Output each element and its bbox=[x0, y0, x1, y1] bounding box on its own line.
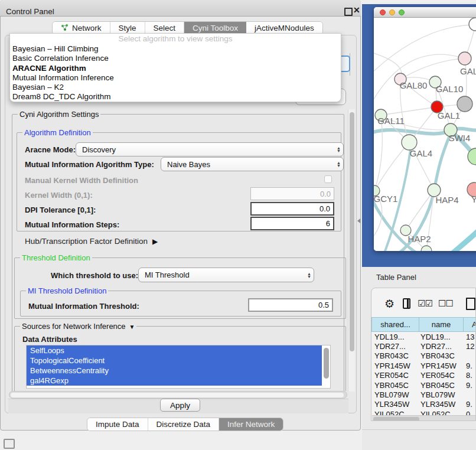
mi-threshold-label: Mutual Information Threshold: bbox=[28, 302, 139, 311]
network-edge[interactable] bbox=[381, 107, 437, 115]
mi-threshold-definition-title: MI Threshold Definition bbox=[26, 286, 108, 295]
mi-steps-field[interactable]: 6 bbox=[250, 217, 334, 230]
table-row[interactable]: YPR145WYPR145W9. bbox=[371, 361, 476, 370]
settings-scroll-area: Cyni Algorithm Settings Algorithm Defini… bbox=[8, 108, 347, 391]
algorithm-option[interactable]: Mutual Information Inference bbox=[10, 73, 341, 83]
network-canvas-container[interactable]: GAL7GAL80GAL10GAL1GAL11SWI4GAL4GCY1HAP4Y… bbox=[374, 18, 476, 251]
cytoscape-desktop: GAL7GAL80GAL10GAL1GAL11SWI4GAL4GCY1HAP4Y… bbox=[362, 4, 476, 267]
network-node-label: GAL4 bbox=[410, 148, 432, 158]
tab-jactivemnodules[interactable]: jActiveMNodules bbox=[246, 22, 322, 34]
algorithm-definition-title: Algorithm Definition bbox=[22, 128, 93, 137]
table-row[interactable]: YIL052CYIL052C0. bbox=[371, 409, 476, 415]
attribute-item[interactable]: gal4RGexp bbox=[27, 376, 322, 386]
manual-kernel-width-label: Manual Kernel Width Definition bbox=[25, 176, 138, 185]
table-cell: YDR27... bbox=[371, 342, 419, 351]
table-row[interactable]: YDL19...YDL19...13 bbox=[371, 332, 476, 341]
table-cell: 12 bbox=[464, 342, 476, 351]
table-rows[interactable]: YDL19...YDL19...13YDR27...YDR27...12YBR0… bbox=[371, 332, 476, 415]
network-node-label: GAL11 bbox=[377, 116, 405, 126]
algorithm-option[interactable]: Bayesian – K2 bbox=[10, 83, 341, 92]
aracne-mode-select[interactable]: Discovery ▲▼ bbox=[76, 142, 344, 156]
table-row[interactable]: YBR043CYBR043C bbox=[371, 351, 476, 361]
algorithm-option[interactable]: Bayesian – Hill Climbing bbox=[10, 44, 341, 54]
network-view-window[interactable]: GAL7GAL80GAL10GAL1GAL11SWI4GAL4GCY1HAP4Y… bbox=[374, 7, 476, 251]
network-node[interactable] bbox=[458, 52, 471, 65]
column-header-name[interactable]: name bbox=[419, 317, 464, 332]
column-header-shared[interactable]: shared... bbox=[371, 317, 419, 332]
manual-kernel-width-checkbox[interactable] bbox=[324, 175, 332, 183]
hub-tf-definition-toggle[interactable]: Hub/Transcription Factor Definition▶ bbox=[25, 237, 158, 246]
tab-impute-data[interactable]: Impute Data bbox=[87, 418, 148, 431]
which-threshold-select[interactable]: MI Threshold ▲▼ bbox=[138, 268, 314, 282]
table-row[interactable]: YBL079WYBL079W bbox=[371, 390, 476, 399]
column-layout-icon[interactable] bbox=[403, 298, 410, 309]
network-node-label: HAP4 bbox=[435, 195, 458, 205]
column-header-clipped[interactable]: A bbox=[464, 317, 476, 332]
tab-discretize-data[interactable]: Discretize Data bbox=[148, 418, 220, 431]
table-cell: YLR345W bbox=[419, 400, 464, 409]
table-cell: YBL079W bbox=[419, 390, 464, 399]
settings-horizontal-scrollbar[interactable] bbox=[9, 391, 347, 399]
network-node-label: SWI4 bbox=[449, 133, 471, 143]
network-window-titlebar[interactable] bbox=[374, 7, 476, 18]
tab-select[interactable]: Select bbox=[145, 22, 185, 34]
table-cell: 9. bbox=[464, 400, 476, 409]
settings-vertical-scrollbar-thumb[interactable] bbox=[350, 112, 354, 351]
network-node[interactable] bbox=[457, 96, 472, 112]
window-minimize-traffic-light[interactable] bbox=[389, 9, 395, 15]
network-node-label: GAL10 bbox=[436, 84, 464, 94]
attribute-list-scrollbar[interactable] bbox=[324, 348, 329, 379]
window-close-traffic-light[interactable] bbox=[380, 9, 386, 15]
table-row[interactable]: YDR27...YDR27...12 bbox=[371, 341, 476, 351]
table-row[interactable]: YLR345WYLR345W9. bbox=[371, 400, 476, 409]
attribute-item[interactable]: BetweennessCentrality bbox=[27, 366, 322, 376]
select-all-checkboxes-icon[interactable]: ☑☑ bbox=[418, 298, 432, 309]
kernel-width-field[interactable]: 0.0 bbox=[250, 187, 334, 200]
table-horizontal-scrollbar-thumb[interactable] bbox=[373, 417, 419, 422]
dpi-tolerance-field[interactable]: 0.0 bbox=[250, 202, 334, 216]
attribute-item[interactable]: SelfLoops bbox=[27, 345, 322, 356]
tab-select-label: Select bbox=[154, 24, 176, 32]
sources-group-title-label: Sources for Network Inference bbox=[22, 322, 126, 331]
deselect-all-checkboxes-icon[interactable]: ☐☐ bbox=[438, 298, 453, 309]
tab-style-label: Style bbox=[119, 24, 136, 32]
sources-group-title[interactable]: Sources for Network Inference▼ bbox=[20, 322, 136, 331]
algorithm-dropdown-popup: Select algorithm to view settings Bayesi… bbox=[9, 33, 341, 102]
panel-splitter-arrow-icon[interactable] bbox=[357, 219, 360, 223]
settings-horizontal-scrollbar-thumb[interactable] bbox=[11, 393, 344, 397]
table-cell: YBR043C bbox=[419, 351, 464, 360]
stepper-arrows-icon: ▲▼ bbox=[337, 161, 341, 167]
mi-threshold-field[interactable]: 0.5 bbox=[248, 298, 333, 312]
attribute-list[interactable]: SelfLoopsTopologicalCoefficientBetweenne… bbox=[26, 345, 331, 389]
mi-algorithm-type-select[interactable]: Naive Bayes ▲▼ bbox=[161, 157, 344, 171]
tab-cyni-toolbox[interactable]: Cyni Toolbox bbox=[184, 22, 246, 34]
tab-network[interactable]: Network bbox=[53, 22, 110, 34]
network-edge[interactable] bbox=[439, 226, 476, 251]
table-row[interactable]: YBR045CYBR045C9. bbox=[371, 380, 476, 390]
table-cell: YDL19... bbox=[371, 332, 419, 341]
which-threshold-value: MI Threshold bbox=[145, 270, 190, 279]
network-node[interactable] bbox=[469, 18, 476, 31]
table-cell: YBR045C bbox=[371, 381, 419, 390]
network-node[interactable] bbox=[421, 246, 432, 251]
algorithm-option[interactable]: Dream8 DC_TDC Algorithm bbox=[10, 92, 341, 102]
apply-button[interactable]: Apply bbox=[160, 399, 200, 412]
mi-algorithm-type-label: Mutual Information Algorithm Type: bbox=[25, 160, 154, 169]
settings-vertical-scrollbar[interactable] bbox=[348, 109, 355, 392]
algorithm-option[interactable]: ARACNE Algorithm bbox=[10, 64, 341, 73]
network-node-label: GAL80 bbox=[400, 80, 428, 90]
network-edge[interactable] bbox=[374, 25, 474, 74]
table-horizontal-scrollbar[interactable] bbox=[372, 415, 476, 421]
document-icon[interactable] bbox=[466, 298, 475, 310]
algorithm-option[interactable]: Basic Correlation Inference bbox=[10, 54, 341, 63]
tab-style[interactable]: Style bbox=[110, 22, 145, 34]
attribute-item[interactable]: TopologicalCoefficient bbox=[27, 356, 322, 366]
tab-infer-network[interactable]: Infer Network bbox=[219, 418, 283, 431]
collapsed-panel-icon[interactable] bbox=[4, 439, 15, 449]
table-row[interactable]: YER054CYER054C8. bbox=[371, 371, 476, 380]
float-window-icon[interactable] bbox=[344, 8, 353, 16]
window-zoom-traffic-light[interactable] bbox=[399, 9, 405, 15]
close-icon[interactable]: ✕ bbox=[353, 5, 360, 15]
control-panel-title: Control Panel bbox=[6, 7, 54, 16]
gear-icon[interactable]: ⚙ bbox=[384, 297, 395, 311]
